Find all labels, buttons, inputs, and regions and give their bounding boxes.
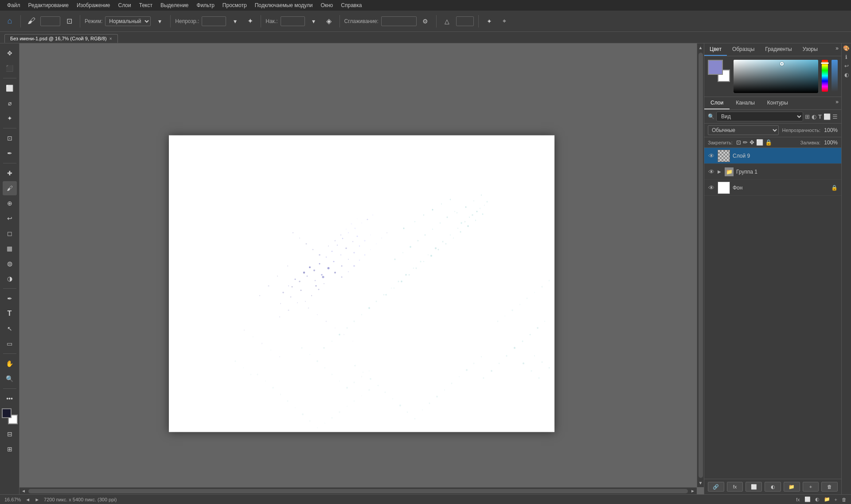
scroll-up-button[interactable]: ▲ [697, 43, 704, 52]
text-layer-icon[interactable]: T [818, 113, 822, 120]
flow-arrow[interactable]: ▾ [308, 15, 320, 27]
lock-pixels-btn[interactable]: ✏ [743, 139, 748, 146]
new-layer-button[interactable]: + [803, 482, 819, 492]
lasso-tool[interactable]: ⌀ [3, 96, 17, 110]
brush-size-input[interactable]: 3486 [40, 16, 60, 26]
clone-tool[interactable]: ⊕ [3, 196, 17, 210]
layer-blend-mode-dropdown[interactable]: Обычные [708, 125, 779, 135]
layer-item[interactable]: 👁 Слой 9 [704, 148, 841, 164]
layer-visibility-toggle[interactable]: 👁 [708, 184, 715, 191]
blend-mode-dropdown[interactable]: Нормальный [105, 16, 151, 26]
adjustment-layer-button[interactable]: ◐ [765, 482, 781, 492]
scroll-left-button[interactable]: ◄ [20, 488, 27, 493]
layer-expand-arrow[interactable]: ▶ [718, 169, 721, 174]
more-tools[interactable]: ••• [3, 392, 17, 406]
adjustment-panel-icon[interactable]: ◐ [844, 72, 849, 78]
nav-left[interactable]: ◄ [25, 497, 30, 502]
color-gradient-picker[interactable] [734, 60, 818, 93]
eyedropper-tool[interactable]: ✒ [3, 146, 17, 160]
menu-help[interactable]: Справка [337, 1, 365, 9]
tablet-icon[interactable]: ⌖ [498, 15, 511, 27]
tab-paths[interactable]: Контуры [761, 97, 794, 109]
shape-layer-icon[interactable]: ⬜ [824, 113, 831, 120]
rect-select-tool[interactable]: ⬜ [3, 81, 17, 95]
tab-channels[interactable]: Каналы [730, 97, 761, 109]
layer-group-button[interactable]: 📁 [784, 482, 800, 492]
menu-file[interactable]: Файл [4, 1, 24, 9]
hue-slider[interactable] [822, 60, 828, 92]
menu-select[interactable]: Выделение [157, 1, 192, 9]
brush-preset-icon[interactable]: 🖌 [25, 15, 38, 27]
history-brush-tool[interactable]: ↩ [3, 211, 17, 225]
heal-tool[interactable]: ✚ [3, 166, 17, 180]
delete-layer-button[interactable]: 🗑 [821, 482, 838, 492]
zoom-tool[interactable]: 🔍 [3, 372, 17, 386]
eraser-tool[interactable]: ◻ [3, 226, 17, 240]
fill-value[interactable]: 100% [822, 140, 838, 146]
dodge-tool[interactable]: ◑ [3, 271, 17, 286]
menu-window[interactable]: Окно [317, 1, 336, 9]
blur-tool[interactable]: ◍ [3, 256, 17, 271]
opacity-value[interactable]: 100% [822, 127, 838, 133]
artboard-tool[interactable]: ⬛ [3, 61, 17, 75]
magic-wand-tool[interactable]: ✦ [3, 111, 17, 125]
layer-item[interactable]: 👁 ▶ 📁 Группа 1 [704, 164, 841, 180]
alpha-slider[interactable] [831, 60, 838, 92]
vertical-scrollbar-track[interactable] [699, 53, 703, 478]
menu-image[interactable]: Изображение [73, 1, 114, 9]
color-panel-expand[interactable]: » [833, 43, 841, 56]
tab-layers[interactable]: Слои [704, 97, 730, 109]
properties-panel-icon[interactable]: ℹ [845, 54, 847, 60]
filter-icon[interactable]: ☰ [832, 113, 838, 120]
canvas[interactable] [169, 136, 554, 432]
layer-visibility-toggle[interactable]: 👁 [708, 152, 715, 159]
tab-gradients[interactable]: Градиенты [760, 43, 797, 56]
menu-view[interactable]: Просмотр [219, 1, 250, 9]
tab-color[interactable]: Цвет [704, 43, 727, 56]
smoothing-settings-icon[interactable]: ⚙ [419, 15, 432, 27]
menu-layers[interactable]: Слои [115, 1, 135, 9]
menu-plugins[interactable]: Подключаемые модули [251, 1, 316, 9]
history-panel-icon[interactable]: ↩ [844, 63, 849, 69]
tab-close-button[interactable]: × [109, 36, 112, 41]
layer-item[interactable]: 👁 Фон 🔒 [704, 180, 841, 196]
text-tool[interactable]: T [3, 306, 17, 321]
menu-edit[interactable]: Редактирование [25, 1, 72, 9]
menu-text[interactable]: Текст [136, 1, 156, 9]
shape-tool[interactable]: ▭ [3, 337, 17, 351]
app-home-icon[interactable]: ⌂ [4, 15, 16, 27]
pressure-icon[interactable]: ✦ [483, 15, 496, 27]
layers-filter-dropdown[interactable]: Вид [716, 112, 803, 121]
lock-all-btn[interactable]: 🔒 [765, 139, 772, 146]
brush-settings-icon[interactable]: ⊡ [63, 15, 75, 27]
color-panel-icon[interactable]: 🎨 [843, 45, 850, 51]
menu-filter[interactable]: Фильтр [193, 1, 218, 9]
flow-input[interactable]: 100% [281, 16, 305, 26]
layer-mask-button[interactable]: ⬜ [746, 482, 762, 492]
crop-tool[interactable]: ⊡ [3, 131, 17, 145]
angle-input[interactable]: 0° [456, 16, 474, 26]
tab-swatches[interactable]: Образцы [727, 43, 760, 56]
tab-patterns[interactable]: Узоры [797, 43, 823, 56]
scroll-right-button[interactable]: ► [689, 488, 697, 493]
airbrush-icon[interactable]: ✦ [244, 15, 256, 27]
path-select-tool[interactable]: ↖ [3, 322, 17, 336]
foreground-color-box[interactable] [708, 60, 723, 75]
move-tool[interactable]: ✥ [3, 46, 17, 60]
opacity-input[interactable]: 100% [202, 16, 226, 26]
screen-mode-tool[interactable]: ⊞ [3, 442, 17, 456]
angle-icon[interactable]: △ [441, 15, 453, 27]
horizontal-scrollbar-track[interactable] [28, 489, 688, 493]
lock-transparent-btn[interactable]: ⊡ [736, 139, 741, 146]
lock-artboard-btn[interactable]: ⬜ [756, 139, 763, 146]
brush-tool[interactable]: 🖌 [3, 181, 17, 195]
new-adj-icon[interactable]: ◐ [812, 113, 816, 120]
document-tab[interactable]: Без имени-1.psd @ 16,7% (Слой 9, RGB/8) … [4, 34, 118, 43]
gradient-tool[interactable]: ▦ [3, 241, 17, 256]
pen-tool[interactable]: ✒ [3, 291, 17, 306]
hand-tool[interactable]: ✋ [3, 357, 17, 371]
layer-style-button[interactable]: fx [727, 482, 743, 492]
quick-mask-tool[interactable]: ⊟ [3, 427, 17, 441]
opacity-arrow[interactable]: ▾ [229, 15, 241, 27]
flow-settings-icon[interactable]: ◈ [323, 15, 335, 27]
